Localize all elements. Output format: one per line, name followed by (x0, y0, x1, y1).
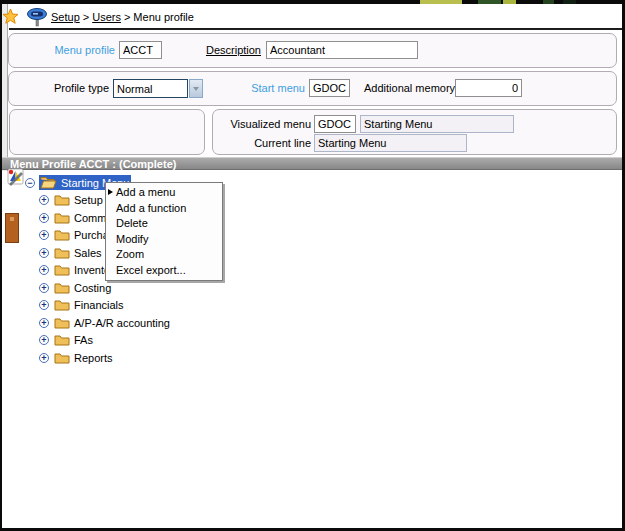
tree-expand-toggle[interactable]: + (39, 265, 49, 275)
start-menu-input[interactable] (309, 79, 350, 97)
folder-icon (54, 247, 70, 259)
tree-expand-toggle[interactable]: + (39, 195, 49, 205)
tree-item-label[interactable]: Sales (74, 247, 102, 259)
folder-icon (54, 264, 70, 276)
tree-row[interactable]: + Inventor (2, 262, 622, 280)
folder-icon (54, 334, 70, 346)
tree-row[interactable]: + Common (2, 209, 622, 227)
tree-panel-title: Menu Profile ACCT : (Complete) (2, 157, 622, 170)
tree-row[interactable]: + Purchas (2, 227, 622, 245)
breadcrumb-separator: > (80, 11, 92, 23)
sitemap-sign-icon[interactable] (25, 7, 49, 29)
context-menu-item-modify[interactable]: Modify (106, 232, 222, 248)
context-menu-item-add-a-function[interactable]: Add a function (106, 201, 222, 217)
favorite-star-icon[interactable] (2, 8, 19, 27)
menu-pointer-icon (108, 189, 113, 195)
start-menu-label: Start menu (225, 82, 305, 94)
additional-memory-label: Additional memory (364, 82, 454, 94)
tree-item-label[interactable]: Setup (74, 194, 103, 206)
tree-expand-toggle[interactable]: + (39, 335, 49, 345)
description-label: Description (201, 44, 261, 56)
description-input[interactable] (266, 41, 418, 59)
breadcrumb-link-users[interactable]: Users (92, 11, 121, 23)
profile-type-groupbox: Profile type Normal Start menu Additiona… (8, 71, 617, 106)
folder-icon (54, 352, 70, 364)
tree-row[interactable]: + Setup (2, 192, 622, 210)
tree-item-label[interactable]: FAs (74, 334, 93, 346)
tree-row[interactable]: + Reports (2, 349, 622, 367)
additional-memory-input[interactable] (455, 79, 522, 97)
profile-type-label: Profile type (29, 82, 109, 94)
tree-row[interactable]: + A/P-A/R accounting (2, 314, 622, 332)
tree-expand-toggle[interactable]: + (39, 283, 49, 293)
folder-icon (54, 317, 70, 329)
tree-expand-toggle[interactable]: + (39, 213, 49, 223)
chevron-down-icon (193, 87, 199, 91)
tree-expand-toggle[interactable]: + (39, 248, 49, 258)
breadcrumb-link-setup[interactable]: Setup (51, 11, 80, 23)
profile-type-dropdown-button[interactable] (189, 79, 203, 98)
app-window: Setup>Users>Menu profile Menu profile De… (0, 0, 625, 531)
header-divider (9, 28, 622, 30)
tree-expand-toggle[interactable]: + (39, 300, 49, 310)
context-menu-item-zoom[interactable]: Zoom (106, 247, 222, 263)
folder-icon (54, 194, 70, 206)
menu-editor-icon (6, 167, 26, 189)
tree-row[interactable]: + Sales (2, 244, 622, 262)
menu-profile-input[interactable] (119, 41, 162, 59)
tree-row[interactable]: + Costing (2, 279, 622, 297)
profile-type-select[interactable]: Normal (113, 79, 188, 98)
breadcrumb-bar: Setup>Users>Menu profile (9, 4, 622, 28)
context-menu: Add a menu Add a function Delete Modify … (105, 182, 223, 281)
visualized-menu-label: Visualized menu (223, 118, 311, 130)
current-line-field (314, 134, 467, 152)
tree-expand-toggle[interactable]: + (39, 318, 49, 328)
visualized-menu-code-input[interactable] (314, 115, 356, 133)
menu-tree: − Starting Menu + Setup + Common + Purch… (2, 171, 622, 528)
folder-icon (54, 299, 70, 311)
context-menu-item-delete[interactable]: Delete (106, 216, 222, 232)
profile-type-value: Normal (117, 83, 152, 95)
folder-icon (54, 212, 70, 224)
breadcrumb-separator: > (121, 11, 133, 23)
tree-collapse-toggle[interactable]: − (25, 178, 35, 188)
current-line-label: Current line (223, 137, 311, 149)
tree-row[interactable]: − Starting Menu (2, 174, 622, 192)
breadcrumb-current: Menu profile (133, 11, 194, 23)
tree-item-label[interactable]: A/P-A/R accounting (74, 317, 170, 329)
tree-item-label[interactable]: Reports (74, 352, 113, 364)
tree-item-label[interactable]: Financials (74, 299, 124, 311)
tree-expand-toggle[interactable]: + (39, 353, 49, 363)
context-menu-item-add-a-menu[interactable]: Add a menu (106, 185, 222, 201)
tree-list: − Starting Menu + Setup + Common + Purch… (2, 174, 622, 367)
visualized-menu-groupbox: Visualized menu Current line (212, 109, 617, 155)
window-content: Setup>Users>Menu profile Menu profile De… (2, 4, 622, 528)
profile-id-groupbox: Menu profile Description (8, 33, 617, 68)
menu-profile-label: Menu profile (29, 44, 115, 56)
empty-groupbox (9, 109, 205, 155)
folder-icon (54, 282, 70, 294)
tree-row[interactable]: + Financials (2, 297, 622, 315)
context-menu-item-excel-export[interactable]: Excel export... (106, 263, 222, 279)
visualized-menu-name-field (360, 115, 514, 133)
tree-item-label[interactable]: Costing (74, 282, 111, 294)
tree-expand-toggle[interactable]: + (39, 230, 49, 240)
folder-icon (54, 229, 70, 241)
tree-row[interactable]: + FAs (2, 332, 622, 350)
breadcrumb: Setup>Users>Menu profile (51, 11, 194, 23)
open-folder-icon (40, 176, 57, 189)
